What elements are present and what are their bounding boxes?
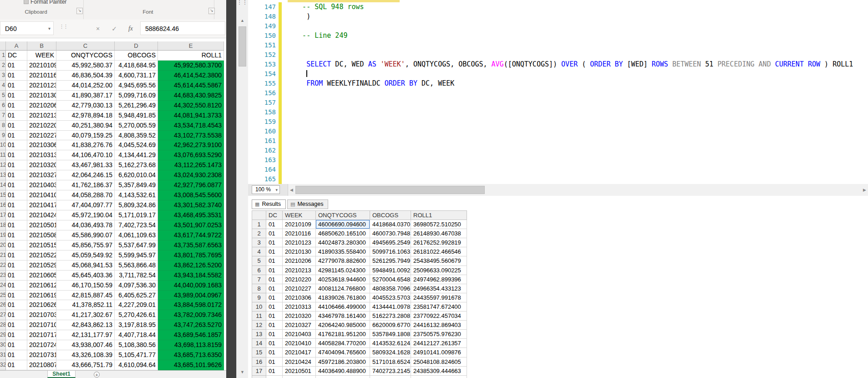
excel-row-number[interactable]: 6 — [0, 101, 6, 111]
excel-cell[interactable]: 01 — [6, 71, 27, 81]
excel-cell[interactable]: 5,599,945.97 — [115, 250, 158, 261]
results-cell[interactable]: 5270004.6548 — [370, 275, 411, 284]
excel-row-number[interactable]: 13 — [0, 170, 6, 180]
results-cell[interactable]: 42064240.985000 — [316, 321, 370, 330]
excel-row-number[interactable]: 23 — [0, 271, 6, 281]
results-cell[interactable]: 36980572.510250 — [411, 220, 467, 229]
results-cell[interactable]: 25048108.824605 — [411, 358, 467, 367]
results-cell[interactable]: 20210501 — [283, 367, 316, 376]
results-cell[interactable]: 20210130 — [283, 247, 316, 256]
results-cell[interactable]: 40081124.766800 — [316, 284, 370, 293]
results-row-number[interactable] — [252, 376, 266, 378]
excel-cell[interactable]: 42,131,177.97 — [56, 330, 115, 340]
excel-cell[interactable]: 43,698,113.8159 — [158, 340, 224, 350]
excel-cell[interactable]: 20210417 — [27, 200, 56, 210]
font-dialog-launcher-icon[interactable]: ↘ — [208, 8, 215, 14]
excel-cell[interactable]: 44,081,941.3733 — [158, 111, 224, 121]
results-cell[interactable]: 7402723.2145 — [370, 367, 411, 376]
select-all-corner[interactable] — [0, 41, 6, 50]
excel-cell[interactable]: 44,106,470.10 — [56, 150, 115, 160]
excel-cell[interactable]: 43,112,265.1473 — [158, 160, 224, 170]
excel-cell[interactable]: 43,301,582.3740 — [158, 200, 224, 210]
excel-cell[interactable]: 4,227,209.01 — [115, 300, 158, 310]
results-cell[interactable] — [283, 376, 316, 378]
code-line[interactable]: 155 FROM WEEKLYFINALDC ORDER BY DC, WEEK — [248, 79, 868, 88]
excel-cell[interactable]: 4,808,359.52 — [115, 131, 158, 141]
excel-row-number[interactable]: 15 — [0, 190, 6, 200]
results-cell[interactable]: 01 — [266, 330, 283, 339]
excel-cell[interactable]: 43,735,587.6563 — [158, 240, 224, 250]
excel-cell[interactable]: 01 — [6, 291, 27, 301]
results-cell[interactable]: 01 — [266, 256, 283, 266]
excel-cell[interactable]: 45,992,580.3700 — [158, 61, 224, 71]
results-row-number[interactable]: 14 — [252, 339, 266, 348]
excel-cell[interactable]: 20210710 — [27, 320, 56, 330]
code-text[interactable]: ) — [282, 12, 310, 21]
excel-cell[interactable]: 01 — [6, 140, 27, 150]
excel-cell[interactable]: 43,685,713.6350 — [158, 350, 224, 360]
results-cell[interactable]: 20210417 — [283, 348, 316, 357]
excel-cell[interactable]: 45,068,941.53 — [56, 261, 115, 271]
excel-cell[interactable]: 4,045,524.69 — [115, 140, 158, 150]
excel-cell[interactable]: 20210508 — [27, 230, 56, 240]
excel-cell[interactable]: 01 — [6, 101, 27, 111]
excel-row-number[interactable]: 4 — [0, 81, 6, 91]
excel-cell[interactable]: 41,838,276.76 — [56, 140, 115, 150]
results-row-number[interactable]: 1 — [252, 220, 266, 229]
excel-cell[interactable]: 01 — [6, 160, 27, 170]
code-text[interactable] — [282, 155, 286, 165]
enter-button[interactable]: ✓ — [108, 23, 120, 34]
excel-cell[interactable]: DC — [6, 51, 27, 61]
excel-cell[interactable]: 01 — [6, 230, 27, 240]
excel-cell[interactable]: 43,666,751.79 — [56, 360, 115, 370]
excel-row-number[interactable]: 21 — [0, 250, 6, 261]
code-text[interactable] — [282, 165, 286, 174]
excel-cell[interactable]: 20210227 — [27, 131, 56, 141]
code-line[interactable]: 158 — [248, 107, 868, 117]
results-cell[interactable]: 41762181.951200 — [316, 330, 370, 339]
excel-cell[interactable]: 5,162,273.68 — [115, 160, 158, 170]
excel-cell[interactable]: 01 — [6, 350, 27, 360]
excel-cell[interactable]: 43,801,785.7695 — [158, 250, 224, 261]
scroll-up-icon[interactable]: ▲ — [237, 18, 248, 23]
excel-cell[interactable]: 43,467,981.33 — [56, 160, 115, 170]
results-cell[interactable]: 24974962.899396 — [411, 275, 467, 284]
excel-cell[interactable]: 4,418,684.95 — [115, 61, 158, 71]
results-row-number[interactable]: 10 — [252, 302, 266, 312]
excel-row-number[interactable]: 8 — [0, 121, 6, 131]
excel-cell[interactable]: 41,890,387.17 — [56, 91, 115, 101]
code-line[interactable]: 147 -- SQL 948 rows — [248, 2, 868, 12]
excel-cell[interactable]: 43,076,693.5290 — [158, 150, 224, 160]
excel-cell[interactable]: 41,762,186.37 — [56, 180, 115, 190]
excel-cell[interactable]: 01 — [6, 281, 27, 291]
results-cell[interactable]: 20210227 — [283, 284, 316, 293]
results-cell[interactable]: 40253618.944600 — [316, 275, 370, 284]
results-cell[interactable]: 24966354.433123 — [411, 284, 467, 293]
results-cell[interactable]: 20210213 — [283, 266, 316, 275]
results-row-number[interactable]: 11 — [252, 312, 266, 321]
results-cell[interactable]: 20210109 — [283, 220, 316, 229]
excel-cell[interactable]: 42,927,796.0877 — [158, 180, 224, 190]
excel-cell[interactable]: 5,108,380.56 — [115, 340, 158, 350]
scroll-left-icon[interactable]: ◀ — [290, 184, 293, 196]
excel-cell[interactable]: 20210612 — [27, 281, 56, 291]
results-cell[interactable]: 4418684.0370 — [370, 220, 411, 229]
results-cell[interactable]: 47404094.765600 — [316, 348, 370, 357]
excel-cell[interactable]: 45,586,990.07 — [56, 230, 115, 240]
results-column-header[interactable]: ROLL1 — [411, 211, 467, 220]
results-cell[interactable]: 26181022.466546 — [411, 247, 467, 256]
tab-results[interactable]: ▦Results — [252, 199, 286, 209]
code-text[interactable] — [282, 117, 286, 127]
excel-cell[interactable]: 44,040,009.1683 — [158, 281, 224, 291]
sql-editor[interactable]: 147 -- SQL 948 rows148 )149150 -- Line 2… — [248, 2, 868, 184]
code-text[interactable] — [282, 21, 286, 31]
excel-row-number[interactable]: 10 — [0, 140, 6, 150]
code-text[interactable] — [282, 88, 286, 98]
excel-cell[interactable]: 43,862,126.5200 — [158, 261, 224, 271]
results-cell[interactable]: 25438495.560679 — [411, 256, 467, 266]
excel-cell[interactable]: ROLL1 — [158, 51, 224, 61]
results-cell[interactable]: 01 — [266, 247, 283, 256]
code-text[interactable]: -- SQL 948 rows — [282, 2, 364, 12]
excel-row-number[interactable]: 26 — [0, 300, 6, 310]
excel-cell[interactable]: 20210123 — [27, 81, 56, 91]
